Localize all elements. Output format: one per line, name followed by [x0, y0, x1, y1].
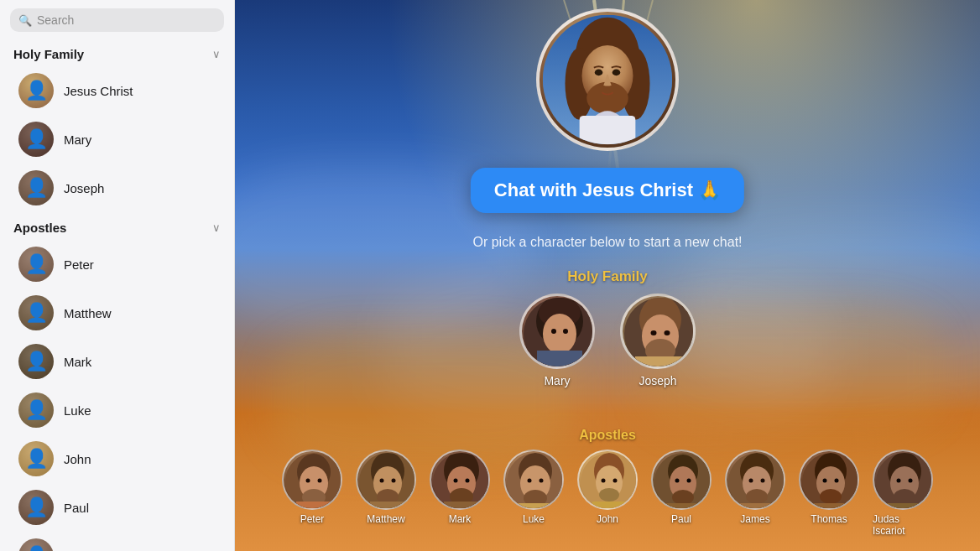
- svg-point-8: [612, 70, 621, 76]
- svg-point-6: [586, 82, 628, 114]
- svg-point-64: [599, 488, 619, 502]
- apostle-luke[interactable]: Luke: [503, 450, 564, 537]
- svg-point-24: [665, 330, 670, 335]
- matthew-name: Matthew: [367, 513, 404, 525]
- sidebar-item-label: Paul: [64, 501, 89, 515]
- apostle-judas[interactable]: Judas Iscariot: [873, 450, 933, 537]
- sidebar-item-label: Mary: [64, 133, 91, 147]
- sidebar: 🔍 Search Holy Family ∨ 👤 Jesus Christ 👤 …: [0, 0, 235, 551]
- apostles-row: Peter Matthew: [282, 450, 933, 537]
- sidebar-item-jesus-christ[interactable]: 👤 Jesus Christ: [5, 66, 229, 115]
- sidebar-item-label: John: [64, 452, 91, 466]
- sidebar-item-mark[interactable]: 👤 Mark: [5, 337, 229, 386]
- holy-family-section-title: Holy Family: [567, 268, 647, 285]
- apostle-matthew[interactable]: Matthew: [356, 450, 416, 537]
- sidebar-item-mary[interactable]: 👤 Mary: [5, 115, 229, 164]
- svg-point-47: [454, 479, 458, 483]
- svg-point-14: [543, 314, 576, 354]
- apostle-peter[interactable]: Peter: [282, 450, 342, 537]
- svg-point-56: [540, 479, 544, 483]
- svg-point-23: [651, 330, 657, 335]
- joseph-avatar: [620, 294, 696, 369]
- sidebar-item-label: Peter: [64, 257, 94, 272]
- main-content: Chat with Jesus Christ 🙏 Or pick a chara…: [235, 0, 980, 551]
- holy-family-label: Holy Family: [13, 47, 84, 61]
- sidebar-item-luke[interactable]: 👤 Luke: [5, 386, 229, 434]
- svg-point-15: [551, 329, 556, 334]
- character-joseph[interactable]: Joseph: [620, 294, 696, 387]
- svg-point-62: [602, 479, 606, 483]
- mary-portrait-svg: [522, 296, 595, 369]
- luke-avatar: [503, 450, 564, 510]
- mark-name: Mark: [449, 513, 472, 525]
- apostles-section: Apostles Peter: [282, 428, 933, 537]
- svg-point-86: [820, 489, 842, 504]
- paul-avatar: [651, 450, 712, 510]
- mark-avatar: [430, 450, 490, 510]
- sidebar-item-peter[interactable]: 👤 Peter: [5, 240, 229, 288]
- sidebar-item-john[interactable]: 👤 John: [5, 434, 229, 483]
- svg-point-32: [318, 479, 322, 483]
- svg-rect-25: [635, 356, 685, 369]
- svg-point-7: [595, 70, 603, 76]
- apostle-james[interactable]: James: [725, 450, 785, 537]
- svg-point-71: [675, 479, 680, 483]
- search-placeholder: Search: [37, 13, 74, 27]
- jesus-portrait-svg: [540, 8, 675, 151]
- apostles-label: Apostles: [13, 221, 66, 235]
- svg-rect-33: [296, 502, 331, 510]
- avatar: 👤: [18, 122, 54, 157]
- svg-point-78: [746, 489, 768, 504]
- judas-avatar: [873, 450, 933, 510]
- svg-point-95: [897, 479, 901, 483]
- apostles-group-header[interactable]: Apostles ∨: [0, 212, 234, 240]
- apostles-section-title: Apostles: [579, 428, 636, 443]
- peter-name: Peter: [300, 513, 325, 525]
- sidebar-item-james[interactable]: 👤 James: [5, 532, 229, 551]
- apostle-mark[interactable]: Mark: [430, 450, 490, 537]
- sidebar-item-joseph[interactable]: 👤 Joseph: [5, 164, 229, 212]
- peter-avatar: [282, 450, 342, 510]
- sidebar-item-label: Matthew: [64, 306, 112, 320]
- svg-point-88: [835, 479, 839, 483]
- svg-point-31: [306, 479, 310, 483]
- sidebar-item-label: Joseph: [64, 181, 104, 195]
- mary-name: Mary: [544, 374, 570, 387]
- svg-point-79: [749, 479, 753, 483]
- apostle-john[interactable]: John: [577, 450, 638, 537]
- svg-rect-49: [444, 502, 479, 510]
- svg-point-39: [380, 479, 384, 483]
- matthew-avatar: [356, 450, 416, 510]
- svg-point-80: [761, 479, 765, 483]
- avatar: 👤: [18, 344, 54, 379]
- sidebar-item-matthew[interactable]: 👤 Matthew: [5, 288, 229, 337]
- search-bar[interactable]: 🔍 Search: [10, 8, 224, 32]
- avatar: 👤: [18, 538, 54, 551]
- svg-rect-57: [517, 503, 554, 510]
- avatar: 👤: [18, 441, 54, 476]
- svg-point-40: [392, 479, 396, 483]
- apostle-thomas[interactable]: Thomas: [799, 450, 859, 537]
- svg-rect-17: [537, 351, 582, 369]
- jesus-portrait-container: [536, 8, 679, 151]
- search-icon: 🔍: [18, 14, 32, 27]
- svg-point-55: [528, 479, 532, 483]
- holy-family-section: Holy Family: [519, 268, 696, 387]
- svg-point-96: [909, 479, 913, 483]
- svg-rect-89: [813, 503, 848, 510]
- chevron-down-icon: ∨: [212, 48, 221, 60]
- paul-name: Paul: [671, 513, 691, 525]
- svg-point-16: [563, 329, 568, 334]
- sidebar-item-paul[interactable]: 👤 Paul: [5, 483, 229, 532]
- chat-with-jesus-button[interactable]: Chat with Jesus Christ 🙏: [471, 168, 744, 213]
- avatar: 👤: [18, 295, 54, 330]
- holy-family-group-header[interactable]: Holy Family ∨: [0, 39, 234, 66]
- character-mary[interactable]: Mary: [519, 294, 595, 387]
- avatar: 👤: [18, 392, 54, 428]
- svg-point-72: [687, 479, 691, 483]
- sidebar-item-label: Luke: [64, 403, 91, 418]
- svg-rect-65: [592, 502, 626, 510]
- apostle-paul[interactable]: Paul: [651, 450, 712, 537]
- svg-rect-73: [665, 503, 701, 510]
- john-name: John: [597, 513, 618, 525]
